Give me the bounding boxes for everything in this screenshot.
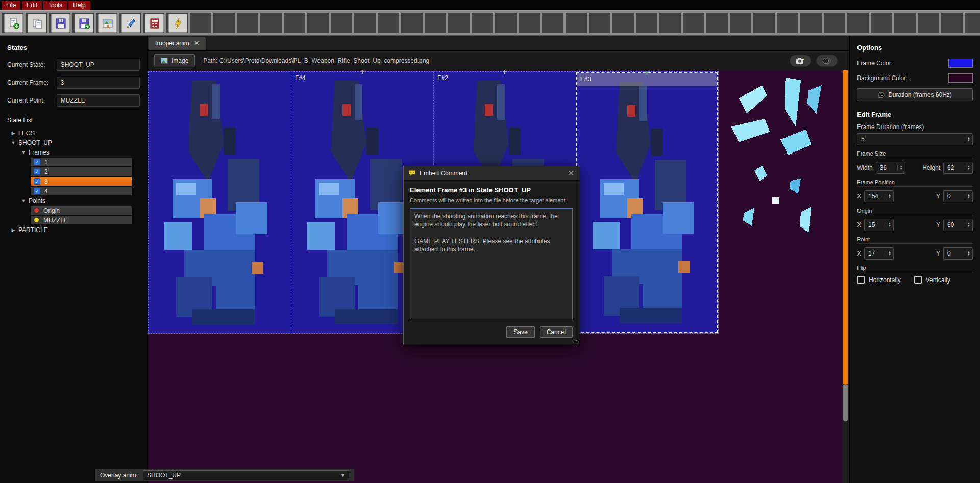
current-point-input[interactable]: MUZZLE	[57, 94, 140, 107]
save-as-button[interactable]	[75, 14, 93, 33]
scrollbar-thumb[interactable]	[843, 384, 848, 421]
point-y-input[interactable]: 0 ▲▼	[943, 247, 973, 260]
checkbox-checked-icon[interactable]: ✓	[34, 188, 40, 194]
spinner-arrows[interactable]: ▲▼	[965, 222, 972, 227]
checkbox-checked-icon[interactable]: ✓	[34, 168, 40, 175]
checkbox-unchecked-icon[interactable]	[914, 276, 922, 284]
comment-bubble-icon	[408, 170, 416, 176]
flip-section-label: Flip	[857, 265, 973, 272]
tree-item-frame-3-selected[interactable]: ✓ 3	[7, 176, 140, 186]
spinner-value: 62	[944, 164, 965, 171]
flip-horizontal-option[interactable]: Horizontally	[857, 276, 901, 284]
menu-tools[interactable]: Tools	[43, 1, 67, 10]
checkbox-checked-icon[interactable]: ✓	[34, 178, 40, 185]
copy-button[interactable]	[28, 14, 46, 33]
current-frame-input[interactable]: 3	[57, 77, 140, 89]
current-state-input[interactable]: SHOOT_UP	[57, 59, 140, 71]
tree-item-frame-2[interactable]: ✓ 2	[7, 167, 140, 176]
grid-icon	[149, 17, 161, 30]
frame-region-3-selected[interactable]: F#3 +	[576, 72, 718, 333]
spinner-arrows[interactable]: ▲▼	[886, 194, 893, 199]
export-button[interactable]	[98, 14, 117, 33]
new-file-button[interactable]	[4, 14, 23, 33]
spinner-arrows[interactable]: ▲▼	[965, 194, 972, 199]
checkbox-checked-icon[interactable]: ✓	[34, 159, 40, 165]
image-button[interactable]: Image	[154, 54, 195, 67]
width-input[interactable]: 36 ▲▼	[876, 162, 905, 174]
frame-duration-input[interactable]: 5 ▲▼	[857, 133, 973, 145]
comment-textarea[interactable]: When the shooting animation reaches this…	[410, 208, 573, 319]
spinner-arrows[interactable]: ▲▼	[886, 251, 893, 256]
save-button[interactable]: Save	[506, 326, 534, 338]
overlay-anim-select[interactable]: SHOOT_UP ▼	[143, 470, 349, 480]
spinner-value: 15	[865, 221, 886, 228]
y-label: Y	[936, 193, 940, 200]
canvas-scrollbar[interactable]	[842, 70, 849, 483]
resize-grip[interactable]	[573, 338, 578, 343]
tree-item-points[interactable]: ▼ Points	[7, 196, 140, 206]
dialog-title-bar[interactable]: Embed Comment ✕	[404, 166, 579, 181]
spinner-value: 5	[857, 136, 965, 143]
frame-color-swatch[interactable]	[948, 59, 973, 68]
onion-skin-button[interactable]	[816, 55, 838, 67]
flip-vertical-option[interactable]: Vertically	[914, 276, 950, 284]
chevron-down-icon: ▼	[340, 473, 345, 478]
height-input[interactable]: 62 ▲▼	[943, 162, 973, 174]
menu-help[interactable]: Help	[68, 1, 90, 10]
spinner-value: 17	[865, 250, 886, 257]
scrollbar-fill	[843, 70, 848, 384]
background-color-swatch[interactable]	[948, 73, 973, 83]
menu-file[interactable]: File	[2, 1, 20, 10]
tree-item-origin[interactable]: Origin	[7, 206, 140, 215]
spinner-value: 36	[876, 164, 897, 171]
state-list-label: State List	[7, 117, 140, 124]
cancel-button[interactable]: Cancel	[540, 326, 573, 338]
spinner-arrows[interactable]: ▲▼	[965, 165, 972, 170]
menu-edit[interactable]: Edit	[22, 1, 42, 10]
tree-item-frame-4[interactable]: ✓ 4	[7, 186, 140, 196]
chevron-down-icon[interactable]: ▼	[20, 150, 27, 155]
close-icon[interactable]: ✕	[568, 169, 574, 178]
close-icon[interactable]: ✕	[194, 41, 200, 46]
flip-vertical-label: Vertically	[926, 276, 950, 284]
frame-position-y-input[interactable]: 0 ▲▼	[943, 190, 973, 202]
duration-button-label: Duration (frames 60Hz)	[888, 91, 952, 98]
spinner-arrows[interactable]: ▲▼	[886, 222, 893, 227]
run-button[interactable]	[168, 14, 187, 33]
spinner-arrows[interactable]: ▲▼	[897, 165, 905, 170]
tree-item-legs[interactable]: ▶ LEGS	[7, 128, 140, 138]
tree-item-label: Origin	[43, 207, 60, 214]
tree-item-frame-1[interactable]: ✓ 1	[7, 157, 140, 167]
spinner-arrows[interactable]: ▲▼	[965, 251, 972, 256]
dialog-title: Embed Comment	[420, 170, 467, 177]
frame-region-1[interactable]	[149, 72, 291, 333]
states-panel-title: States	[7, 44, 140, 52]
checkbox-unchecked-icon[interactable]	[857, 276, 865, 284]
edit-button[interactable]	[121, 14, 140, 33]
export-icon	[102, 17, 114, 30]
chevron-right-icon[interactable]: ▶	[10, 131, 16, 136]
tree-item-shoot-up[interactable]: ▼ SHOOT_UP	[7, 138, 140, 147]
spinner-arrows[interactable]: ▲▼	[965, 137, 972, 142]
tree-item-particle[interactable]: ▶ PARTICLE	[7, 225, 140, 235]
muzzle-point-icon	[34, 217, 39, 223]
tab-trooper-anim[interactable]: trooper.anim ✕	[149, 37, 206, 50]
save-icon	[55, 17, 67, 30]
tree-item-frames[interactable]: ▼ Frames	[7, 147, 140, 157]
chevron-down-icon[interactable]: ▼	[10, 140, 16, 145]
duration-button[interactable]: Duration (frames 60Hz)	[857, 88, 973, 101]
chevron-down-icon[interactable]: ▼	[20, 198, 27, 204]
snapshot-button[interactable]	[790, 55, 811, 67]
attributes-button[interactable]	[145, 14, 164, 33]
spinner-value: 0	[944, 250, 965, 257]
tree-item-muzzle[interactable]: MUZZLE	[7, 215, 140, 225]
origin-x-input[interactable]: 15 ▲▼	[864, 219, 894, 231]
point-x-input[interactable]: 17 ▲▼	[864, 247, 894, 260]
save-button[interactable]	[51, 14, 70, 33]
chevron-right-icon[interactable]: ▶	[10, 227, 16, 233]
tab-bar: trooper.anim ✕	[148, 36, 849, 51]
origin-y-input[interactable]: 60 ▲▼	[943, 219, 973, 231]
frame-position-x-input[interactable]: 154 ▲▼	[864, 190, 894, 202]
spinner-value: 154	[865, 193, 886, 200]
options-panel: Options Frame Color: Background Color: D…	[849, 36, 980, 483]
